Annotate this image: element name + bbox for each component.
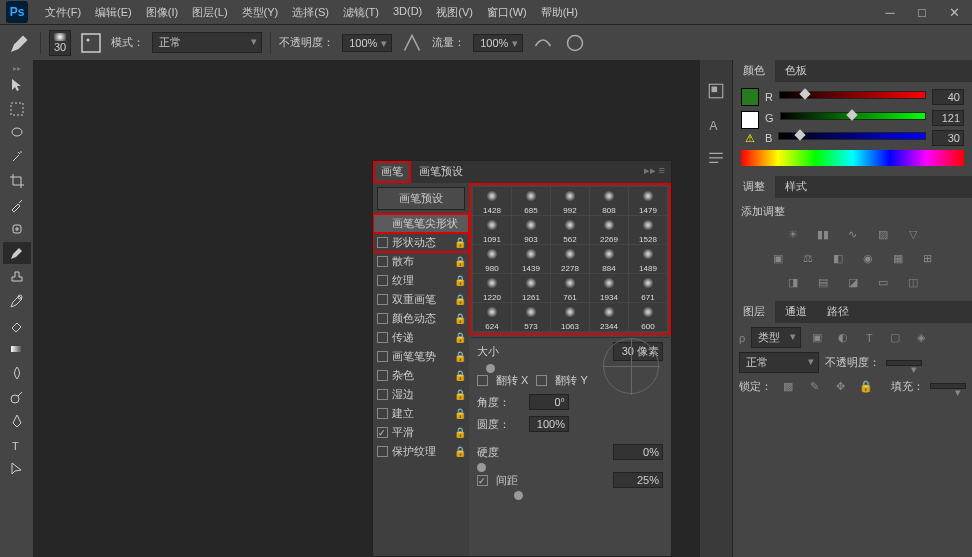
- brush-preset-573[interactable]: 573: [512, 303, 550, 331]
- tab-brush-presets[interactable]: 画笔预设: [411, 161, 471, 183]
- flow-input[interactable]: 100%: [473, 34, 523, 52]
- brush-preset-600[interactable]: 600: [629, 303, 667, 331]
- brush-preset-1489[interactable]: 1489: [629, 245, 667, 273]
- balance-icon[interactable]: ⚖: [798, 249, 818, 267]
- history-brush-tool[interactable]: [3, 290, 31, 312]
- brush-opt-8[interactable]: 杂色🔒: [373, 366, 469, 385]
- menu-选择(S)[interactable]: 选择(S): [285, 2, 336, 23]
- menu-视图(V)[interactable]: 视图(V): [429, 2, 480, 23]
- opacity-input[interactable]: 100%: [342, 34, 392, 52]
- gradient-map-icon[interactable]: ▭: [873, 273, 893, 291]
- g-value[interactable]: 121: [932, 110, 964, 126]
- brush-opt-5[interactable]: 颜色动态🔒: [373, 309, 469, 328]
- menu-窗口(W)[interactable]: 窗口(W): [480, 2, 534, 23]
- r-value[interactable]: 40: [932, 89, 964, 105]
- type-tool[interactable]: T: [3, 434, 31, 456]
- filter-adjust-icon[interactable]: ◐: [833, 329, 853, 347]
- brightness-icon[interactable]: ☀: [783, 225, 803, 243]
- flipx-checkbox[interactable]: [477, 375, 488, 386]
- brush-preset-562[interactable]: 562: [551, 216, 589, 244]
- layer-opacity-input[interactable]: [886, 360, 922, 366]
- brush-preset-624[interactable]: 624: [473, 303, 511, 331]
- brush-preset-808[interactable]: 808: [590, 187, 628, 215]
- brush-preset-980[interactable]: 980: [473, 245, 511, 273]
- eyedropper-tool[interactable]: [3, 194, 31, 216]
- brush-preset-1261[interactable]: 1261: [512, 274, 550, 302]
- filter-type-icon[interactable]: T: [859, 329, 879, 347]
- move-tool[interactable]: [3, 74, 31, 96]
- brush-tool-icon[interactable]: [8, 31, 32, 55]
- lock-paint-icon[interactable]: ✎: [804, 377, 824, 395]
- maximize-button[interactable]: □: [910, 3, 934, 21]
- wand-tool[interactable]: [3, 146, 31, 168]
- photo-filter-icon[interactable]: ◉: [858, 249, 878, 267]
- tab-styles[interactable]: 样式: [775, 176, 817, 198]
- tablet-pressure-icon[interactable]: [563, 31, 587, 55]
- layer-fill-input[interactable]: [930, 383, 966, 389]
- character-panel-icon[interactable]: A: [705, 114, 727, 136]
- lock-all-icon[interactable]: 🔒: [856, 377, 876, 395]
- brush-preset-761[interactable]: 761: [551, 274, 589, 302]
- blur-tool[interactable]: [3, 362, 31, 384]
- invert-icon[interactable]: ◨: [783, 273, 803, 291]
- marquee-tool[interactable]: [3, 98, 31, 120]
- color-spectrum[interactable]: [741, 150, 964, 166]
- stamp-tool[interactable]: [3, 266, 31, 288]
- spacing-checkbox[interactable]: [477, 475, 488, 486]
- brush-panel-toggle-icon[interactable]: [79, 31, 103, 55]
- brush-opt-4[interactable]: 双重画笔🔒: [373, 290, 469, 309]
- hsl-icon[interactable]: ▣: [768, 249, 788, 267]
- filter-shape-icon[interactable]: ▢: [885, 329, 905, 347]
- bw-icon[interactable]: ◧: [828, 249, 848, 267]
- roundness-value[interactable]: 100%: [529, 416, 569, 432]
- brush-preset-2278[interactable]: 2278: [551, 245, 589, 273]
- brush-preset-1063[interactable]: 1063: [551, 303, 589, 331]
- dodge-tool[interactable]: [3, 386, 31, 408]
- menu-帮助(H)[interactable]: 帮助(H): [534, 2, 585, 23]
- brush-preset-884[interactable]: 884: [590, 245, 628, 273]
- lasso-tool[interactable]: [3, 122, 31, 144]
- filter-image-icon[interactable]: ▣: [807, 329, 827, 347]
- paragraph-panel-icon[interactable]: [705, 148, 727, 170]
- angle-widget[interactable]: [603, 338, 659, 394]
- close-button[interactable]: ✕: [942, 3, 966, 21]
- brush-opt-10[interactable]: 建立🔒: [373, 404, 469, 423]
- tab-paths[interactable]: 路径: [817, 301, 859, 323]
- posterize-icon[interactable]: ▤: [813, 273, 833, 291]
- vibrance-icon[interactable]: ▽: [903, 225, 923, 243]
- path-select-tool[interactable]: [3, 458, 31, 480]
- menu-类型(Y)[interactable]: 类型(Y): [235, 2, 286, 23]
- brush-opt-6[interactable]: 传递🔒: [373, 328, 469, 347]
- selective-icon[interactable]: ◫: [903, 273, 923, 291]
- lut-icon[interactable]: ⊞: [918, 249, 938, 267]
- brush-preset-1528[interactable]: 1528: [629, 216, 667, 244]
- filter-smart-icon[interactable]: ◈: [911, 329, 931, 347]
- tab-color[interactable]: 颜色: [733, 60, 775, 82]
- history-panel-icon[interactable]: [705, 80, 727, 102]
- brush-opt-7[interactable]: 画笔笔势🔒: [373, 347, 469, 366]
- threshold-icon[interactable]: ◪: [843, 273, 863, 291]
- tab-layers[interactable]: 图层: [733, 301, 775, 323]
- menu-3D(D)[interactable]: 3D(D): [386, 2, 429, 23]
- brush-preset-2344[interactable]: 2344: [590, 303, 628, 331]
- hardness-value[interactable]: 0%: [613, 444, 663, 460]
- curves-icon[interactable]: ∿: [843, 225, 863, 243]
- brush-preset-1091[interactable]: 1091: [473, 216, 511, 244]
- tab-brush[interactable]: 画笔: [373, 161, 411, 183]
- g-slider[interactable]: [780, 112, 926, 124]
- background-swatch[interactable]: [741, 111, 759, 129]
- brush-preset-671[interactable]: 671: [629, 274, 667, 302]
- brush-preset-992[interactable]: 992: [551, 187, 589, 215]
- brush-opt-1[interactable]: 形状动态🔒: [373, 233, 469, 252]
- brush-preset-1439[interactable]: 1439: [512, 245, 550, 273]
- brush-opt-12[interactable]: 保护纹理🔒: [373, 442, 469, 461]
- brush-preset-1428[interactable]: 1428: [473, 187, 511, 215]
- brush-opt-11[interactable]: 平滑🔒: [373, 423, 469, 442]
- b-value[interactable]: 30: [932, 130, 964, 146]
- lock-trans-icon[interactable]: ▩: [778, 377, 798, 395]
- brush-opt-2[interactable]: 散布🔒: [373, 252, 469, 271]
- blend-mode-dropdown[interactable]: 正常: [152, 32, 262, 53]
- brush-preset-903[interactable]: 903: [512, 216, 550, 244]
- gradient-tool[interactable]: [3, 338, 31, 360]
- brush-opt-3[interactable]: 纹理🔒: [373, 271, 469, 290]
